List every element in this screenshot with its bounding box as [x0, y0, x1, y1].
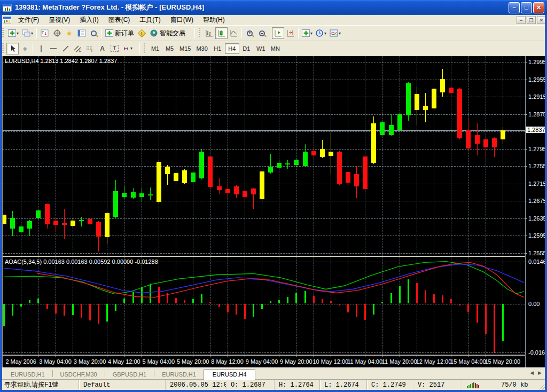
equidistant-channel-button[interactable]: E — [72, 43, 84, 54]
candle-body — [406, 83, 411, 115]
market-watch-button[interactable] — [38, 27, 51, 39]
timeframe-W1[interactable]: W1 — [254, 43, 268, 54]
text-label-button[interactable]: T — [108, 43, 121, 54]
arrows-button[interactable]: ▾ — [121, 43, 134, 54]
navigator-button[interactable]: ★ — [63, 27, 75, 39]
chart-shift-button[interactable] — [284, 27, 296, 39]
timeframe-MN[interactable]: MN — [268, 43, 283, 54]
auto-scroll-icon — [274, 29, 283, 37]
candle-body — [260, 171, 264, 199]
candle-body — [45, 204, 50, 224]
price-tick — [526, 253, 527, 254]
strategy-tester-button[interactable] — [88, 27, 100, 39]
indicator-axis-label: 0.0146 — [528, 258, 545, 265]
menu-item-显视(V)[interactable]: 显视(V) — [44, 14, 75, 26]
text-button[interactable]: A — [96, 43, 108, 54]
price-tick — [526, 218, 527, 219]
data-window-button[interactable] — [51, 27, 63, 39]
line-studies-toolbar: ＋ E F A T ▾ M1M5M15M30H1H4D1W1MN — [0, 41, 547, 56]
time-axis-label: 3 May 20:00 — [74, 358, 106, 365]
terminal-button[interactable] — [75, 27, 88, 39]
mdi-restore-button[interactable]: ❐ — [527, 16, 536, 24]
vgrid-line — [262, 56, 262, 256]
timeframe-M5[interactable]: M5 — [162, 43, 177, 54]
hgrid-line — [3, 131, 525, 132]
horizontal-line-button[interactable] — [47, 43, 59, 54]
timeframe-M30[interactable]: M30 — [193, 43, 210, 54]
indicators-button[interactable]: ✚▾ — [300, 27, 314, 39]
menu-item-插入(I)[interactable]: 插入(I) — [75, 14, 103, 26]
chart-shift-icon — [286, 29, 295, 37]
candle-body — [354, 174, 359, 187]
vgrid-line — [176, 56, 176, 256]
price-tick — [526, 80, 527, 80]
indicator-pane[interactable]: AOAC(5,34,5) 0.00163 0.00163 0.00592 0.0… — [3, 257, 525, 355]
candle-body — [174, 173, 178, 181]
vgrid-line — [520, 56, 520, 256]
candle-body — [415, 94, 419, 110]
indicator-axis-label: 0.00 — [528, 301, 540, 307]
time-tick — [451, 356, 451, 357]
tab-scroll-right-icon[interactable]: ▶ — [538, 370, 542, 375]
price-tick — [526, 114, 527, 115]
window-title: 139381: MetaTrader ?Forex Ltd. - 模拟帐户 - … — [15, 3, 507, 12]
expert-advisor-icon — [150, 29, 158, 37]
expert-advisors-button[interactable]: 智能交易 — [148, 27, 187, 39]
toolbar-grip[interactable] — [143, 43, 146, 54]
status-profile[interactable]: Default — [79, 380, 166, 390]
price-pane[interactable]: EURUSD,H4 1.2813 1.2842 1.2807 1.2837 — [3, 56, 525, 256]
timeframe-M15[interactable]: M15 — [177, 43, 193, 54]
menu-item-图表(C)[interactable]: 图表(C) — [104, 14, 135, 26]
timeframe-D1[interactable]: D1 — [239, 43, 254, 54]
time-tick — [73, 356, 73, 357]
metaeditor-button[interactable]: ! — [136, 27, 148, 39]
time-tick — [279, 356, 279, 357]
bar-chart-button[interactable] — [203, 27, 215, 39]
periods-button[interactable]: ▾ — [314, 27, 328, 39]
chart-tab-EURUSD,H4[interactable]: EURUSD,H4 — [204, 369, 256, 380]
chart-area[interactable]: EURUSD,H4 1.2813 1.2842 1.2807 1.2837 AO… — [2, 56, 545, 367]
trendline-button[interactable] — [59, 43, 72, 54]
close-button[interactable]: ✕ — [533, 2, 544, 13]
metatrader-window: 139381: MetaTrader ?Forex Ltd. - 模拟帐户 - … — [0, 0, 547, 392]
time-axis-label: 9 May 20:00 — [280, 358, 312, 365]
templates-button[interactable]: ▾ — [328, 27, 342, 39]
timeframe-H4[interactable]: H4 — [225, 43, 239, 54]
time-axis-label: 5 May 20:00 — [177, 358, 209, 365]
time-axis[interactable]: 2 May 20063 May 04:003 May 20:004 May 12… — [3, 355, 525, 367]
status-volume: V: 2517 — [413, 380, 460, 390]
maximize-button[interactable]: □ — [521, 2, 532, 13]
chart-tab-USDCHF,M30[interactable]: USDCHF,M30 — [53, 370, 105, 379]
cursor-button[interactable] — [6, 43, 19, 54]
chart-tab-GBPUSD,H1[interactable]: GBPUSD,H1 — [105, 370, 154, 379]
crosshair-button[interactable]: ＋ — [19, 43, 31, 54]
zoom-out-button[interactable]: – — [256, 27, 268, 39]
menu-item-工具(T)[interactable]: 工具(T) — [135, 14, 165, 26]
profiles-button[interactable]: ▾ — [20, 27, 35, 39]
fibonacci-button[interactable]: F — [84, 43, 96, 54]
mdi-minimize-button[interactable]: – — [517, 16, 526, 24]
minimize-button[interactable]: – — [509, 2, 520, 13]
toolbar-grip[interactable] — [198, 28, 201, 38]
candle-body — [105, 213, 110, 238]
time-axis-label: 11 May 04:00 — [347, 358, 382, 365]
new-chart-button[interactable]: ✚▾ — [6, 27, 20, 39]
new-order-button[interactable]: ✚新订单 — [104, 27, 136, 39]
chart-tab-EURUSD,H1[interactable]: EURUSD,H1 — [154, 370, 204, 379]
vertical-line-button[interactable] — [35, 43, 47, 54]
auto-scroll-button[interactable] — [272, 27, 284, 39]
candle-body — [199, 152, 204, 178]
menu-item-帮助(H)[interactable]: 帮助(H) — [198, 14, 230, 26]
status-close: C: 1.2749 — [367, 380, 413, 390]
price-axis[interactable]: 1.29951.29551.29151.28751.27951.27551.27… — [525, 56, 545, 367]
line-chart-button[interactable] — [228, 27, 240, 39]
chart-window-icon[interactable] — [3, 17, 11, 24]
candlestick-chart-button[interactable] — [215, 27, 228, 39]
menu-item-文件(F)[interactable]: 文件(F) — [13, 14, 44, 26]
chart-tab-EURUSD,H1[interactable]: EURUSD,H1 — [3, 370, 52, 379]
tab-scroll-left-icon[interactable]: ◀ — [530, 370, 534, 375]
zoom-in-button[interactable]: + — [244, 27, 256, 39]
timeframe-H1[interactable]: H1 — [210, 43, 225, 54]
menu-item-窗口(W)[interactable]: 窗口(W) — [166, 14, 198, 26]
timeframe-M1[interactable]: M1 — [148, 43, 162, 54]
